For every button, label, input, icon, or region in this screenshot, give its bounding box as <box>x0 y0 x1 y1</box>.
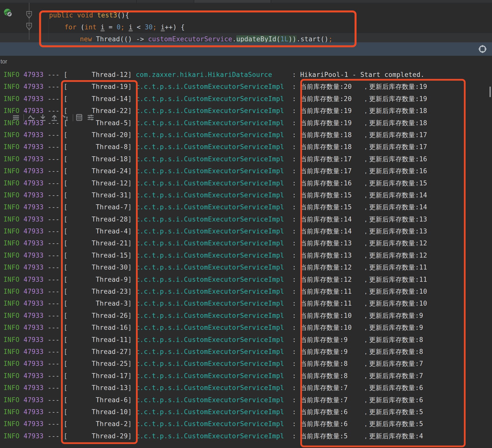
log-row: INFO 47933 --- [ Thread-11] c.c.t.p.s.i.… <box>0 334 492 346</box>
log-row: INFO 47933 --- [ Thread-10] c.c.t.p.s.i.… <box>0 406 492 418</box>
log-row: INFO 47933 --- [ Thread-17] c.c.t.p.s.i.… <box>0 370 492 382</box>
log-row: INFO 47933 --- [ Thread-15] c.c.t.p.s.i.… <box>0 249 492 261</box>
indent-guide <box>49 18 49 40</box>
tab-divider <box>194 0 194 3</box>
log-row: INFO 47933 --- [ Thread-26] c.c.t.p.s.i.… <box>0 310 492 322</box>
log-row: INFO 47933 --- [ Thread-20] c.c.t.p.s.i.… <box>0 129 492 141</box>
log-row: INFO 47933 --- [ Thread-31] c.c.t.p.s.i.… <box>0 189 492 201</box>
log-row: INFO 47933 --- [ Thread-13] c.c.t.p.s.i.… <box>0 382 492 394</box>
log-row: INFO 47933 --- [ Thread-28] c.c.t.p.s.i.… <box>0 213 492 225</box>
ide-window: public void test3(){for (int i = 0; i < … <box>0 0 492 448</box>
tab-divider <box>136 0 137 3</box>
fold-pin-icon[interactable] <box>26 23 32 31</box>
log-row: INFO 47933 --- [ Thread-5] c.c.t.p.s.i.C… <box>0 117 492 129</box>
log-row: INFO 47933 --- [ Thread-23] c.c.t.p.s.i.… <box>0 285 492 297</box>
gutter-guide-line <box>29 3 29 40</box>
console-tab-label: tor <box>0 58 7 65</box>
log-row: INFO 47933 --- [ Thread-25] c.c.t.p.s.i.… <box>0 358 492 370</box>
crosshair-target-icon[interactable] <box>478 45 487 54</box>
log-row: INFO 47933 --- [ Thread-21] c.c.t.p.s.i.… <box>0 237 492 249</box>
log-row: INFO 47933 --- [ Thread-6] c.c.t.p.s.i.C… <box>0 394 492 406</box>
console-toolbar: tor <box>0 56 492 69</box>
spring-boot-run-icon[interactable] <box>3 8 13 18</box>
code-line: for (int i = 0; i < 30; i++) { <box>64 21 185 33</box>
log-row: INFO 47933 --- [ Thread-16] c.c.t.p.s.i.… <box>0 322 492 334</box>
log-row: INFO 47933 --- [ Thread-2] c.c.t.p.s.i.C… <box>0 418 492 430</box>
log-row: INFO 47933 --- [ Thread-27] c.c.t.p.s.i.… <box>0 346 492 358</box>
log-row: INFO 47933 --- [ Thread-14] c.c.t.p.s.i.… <box>0 93 492 105</box>
code-line: public void test3(){ <box>49 9 129 21</box>
log-row: INFO 47933 --- [ Thread-4] c.c.t.p.s.i.C… <box>0 225 492 237</box>
log-row: INFO 47933 --- [ Thread-24] c.c.t.p.s.i.… <box>0 165 492 177</box>
console-log: INFO 47933 --- [ Thread-12] com.zaxxer.h… <box>0 69 492 442</box>
fold-pin-icon[interactable] <box>26 11 32 19</box>
log-row: INFO 47933 --- [ Thread-18] c.c.t.p.s.i.… <box>0 153 492 165</box>
log-row: INFO 47933 --- [ Thread-22] c.c.t.p.s.i.… <box>0 105 492 117</box>
tab-divider <box>271 0 271 3</box>
log-row: INFO 47933 --- [ Thread-3] c.c.t.p.s.i.C… <box>0 297 492 309</box>
log-row: INFO 47933 --- [ Thread-19] c.c.t.p.s.i.… <box>0 81 492 93</box>
editor-tab-strip <box>0 0 492 3</box>
log-row: INFO 47933 --- [ Thread-12] c.c.t.p.s.i.… <box>0 177 492 189</box>
active-tab-fragment[interactable] <box>194 0 271 3</box>
log-row: INFO 47933 --- [ Thread-7] c.c.t.p.s.i.C… <box>0 201 492 213</box>
log-row: INFO 47933 --- [ Thread-29] c.c.t.p.s.i.… <box>0 430 492 442</box>
log-row: INFO 47933 --- [ Thread-9] c.c.t.p.s.i.C… <box>0 274 492 285</box>
log-row: INFO 47933 --- [ Thread-12] com.zaxxer.h… <box>0 69 492 81</box>
execution-line-band <box>0 42 492 56</box>
log-row: INFO 47933 --- [ Thread-8] c.c.t.p.s.i.C… <box>0 141 492 153</box>
code-editor: public void test3(){for (int i = 0; i < … <box>0 3 492 42</box>
log-row: INFO 47933 --- [ Thread-30] c.c.t.p.s.i.… <box>0 261 492 273</box>
